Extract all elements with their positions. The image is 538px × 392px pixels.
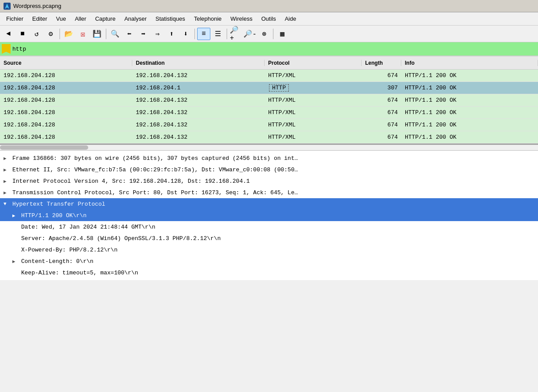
cell-length: 674 — [362, 109, 401, 116]
detail-row[interactable]: ▶Transmission Control Protocol, Src Port… — [0, 187, 538, 198]
detail-text: HTTP/1.1 200 OK\r\n — [21, 212, 86, 219]
cell-info: HTTP/1.1 200 OK — [401, 122, 538, 128]
toolbar-separator — [60, 29, 60, 39]
expand-icon[interactable]: ▶ — [4, 190, 11, 196]
menu-item-statistiques[interactable]: Statistiques — [151, 14, 189, 24]
menu-item-aller[interactable]: Aller — [71, 14, 91, 24]
filter-input[interactable] — [12, 46, 536, 52]
detail-row[interactable]: ▶HTTP/1.1 200 OK\r\n — [0, 210, 538, 221]
cell-info: HTTP/1.1 200 OK — [401, 134, 538, 141]
menu-bar: FichierEditerVueAllerCaptureAnalyserStat… — [0, 12, 538, 26]
cell-length: 307 — [362, 85, 401, 91]
toolbar-separator — [106, 29, 106, 39]
cell-length: 674 — [362, 97, 401, 104]
expand-icon[interactable]: ▶ — [12, 259, 19, 264]
packet-list-header: Source Destination Protocol Length Info — [0, 56, 538, 70]
toolbar-separator — [273, 29, 273, 39]
zoom-out[interactable]: 🔎- — [243, 28, 257, 40]
detail-row[interactable]: Keep-Alive: timeout=5, max=100\r\n — [0, 267, 538, 278]
toolbar-separator — [227, 29, 227, 39]
capture-options[interactable]: ⚙ — [44, 28, 57, 40]
detail-row[interactable]: ▶Internet Protocol Version 4, Src: 192.1… — [0, 175, 538, 187]
detail-text: Server: Apache/2.4.58 (Win64) OpenSSL/3.… — [21, 235, 220, 242]
cell-destination: 192.168.204.132 — [132, 97, 265, 104]
close-file[interactable]: ☒ — [76, 28, 90, 40]
open-file[interactable]: 📂 — [62, 28, 75, 40]
packet-row[interactable]: 192.168.204.128192.168.204.1HTTP307HTTP/… — [0, 82, 538, 94]
zoom-reset[interactable]: ⊗ — [258, 28, 271, 40]
detail-text: Frame 136866: 307 bytes on wire (2456 bi… — [12, 155, 298, 162]
expand-icon[interactable]: ▶ — [4, 155, 11, 161]
detail-row[interactable]: Date: Wed, 17 Jan 2024 21:48:44 GMT\r\n — [0, 221, 538, 233]
filter-bar — [0, 42, 538, 56]
col-protocol: Protocol — [265, 60, 362, 66]
cell-length: 674 — [362, 134, 401, 141]
detail-row[interactable]: Server: Apache/2.4.58 (Win64) OpenSSL/3.… — [0, 233, 538, 244]
detail-text: Date: Wed, 17 Jan 2024 21:48:44 GMT\r\n — [21, 224, 155, 230]
menu-item-vue[interactable]: Vue — [52, 14, 71, 24]
detail-text: X-Powered-By: PHP/8.2.12\r\n — [21, 247, 117, 253]
cell-protocol: HTTP/XML — [265, 134, 362, 141]
new-capture[interactable]: ◄ — [2, 28, 15, 40]
cell-destination: 192.168.204.132 — [132, 72, 265, 79]
detail-text: Hypertext Transfer Protocol — [12, 201, 105, 207]
detail-pane: ▶Frame 136866: 307 bytes on wire (2456 b… — [0, 151, 538, 280]
packet-rows-container: 192.168.204.128192.168.204.132HTTP/XML67… — [0, 70, 538, 144]
cell-source: 192.168.204.128 — [0, 72, 132, 79]
stop-capture[interactable]: ■ — [16, 28, 29, 40]
packet-row[interactable]: 192.168.204.128192.168.204.132HTTP/XML67… — [0, 70, 538, 82]
cell-protocol: HTTP/XML — [265, 122, 362, 128]
col-length: Length — [362, 60, 401, 66]
collapse-icon[interactable]: ▼ — [4, 201, 11, 207]
cell-source: 192.168.204.128 — [0, 122, 132, 128]
cell-length: 674 — [362, 72, 401, 79]
packet-row[interactable]: 192.168.204.128192.168.204.132HTTP/XML67… — [0, 107, 538, 119]
expand-icon[interactable]: ▶ — [12, 213, 19, 218]
detail-row[interactable]: X-Powered-By: PHP/8.2.12\r\n — [0, 244, 538, 255]
menu-item-wireless[interactable]: Wireless — [226, 14, 257, 24]
expand-icon[interactable]: ▶ — [4, 167, 11, 173]
detail-text: Internet Protocol Version 4, Src: 192.16… — [12, 178, 250, 185]
toolbar-separator — [194, 29, 195, 39]
col-destination: Destination — [132, 60, 265, 66]
detail-row[interactable]: ▶Ethernet II, Src: VMware_fc:b7:5a (00:0… — [0, 164, 538, 175]
menu-item-outils[interactable]: Outils — [257, 14, 280, 24]
resize-columns[interactable]: ▦ — [276, 28, 289, 40]
packet-list: Source Destination Protocol Length Info … — [0, 56, 538, 144]
cell-info: HTTP/1.1 200 OK — [401, 109, 538, 116]
go-to[interactable]: ⇒ — [151, 28, 164, 40]
scrollbar-thumb[interactable] — [0, 145, 88, 150]
horizontal-scrollbar[interactable] — [0, 144, 538, 151]
detail-row[interactable]: ▼Hypertext Transfer Protocol — [0, 198, 538, 210]
colorize[interactable]: ≡ — [197, 28, 210, 40]
packet-row[interactable]: 192.168.204.128192.168.204.132HTTP/XML67… — [0, 94, 538, 107]
menu-item-analyser[interactable]: Analyser — [120, 14, 151, 24]
cell-destination: 192.168.204.132 — [132, 122, 265, 128]
col-source: Source — [0, 60, 132, 66]
go-forward[interactable]: ➡ — [137, 28, 150, 40]
first-packet[interactable]: ⬆ — [165, 28, 178, 40]
menu-item-aide[interactable]: Aide — [280, 14, 301, 24]
packet-row[interactable]: 192.168.204.128192.168.204.132HTTP/XML67… — [0, 119, 538, 131]
cell-source: 192.168.204.128 — [0, 97, 132, 104]
detail-row[interactable]: ▶Content-Length: 0\r\n — [0, 255, 538, 267]
restart-capture[interactable]: ↺ — [30, 28, 43, 40]
find-packet[interactable]: 🔍 — [108, 28, 122, 40]
last-packet[interactable]: ⬇ — [179, 28, 192, 40]
cell-info: HTTP/1.1 200 OK — [401, 72, 538, 79]
go-back[interactable]: ⬅ — [123, 28, 136, 40]
zoom-in[interactable]: 🔎+ — [229, 28, 243, 40]
detail-row[interactable]: ▶Frame 136866: 307 bytes on wire (2456 b… — [0, 152, 538, 164]
packet-row[interactable]: 192.168.204.128192.168.204.132HTTP/XML67… — [0, 131, 538, 144]
cell-protocol: HTTP — [265, 84, 362, 92]
menu-item-fichier[interactable]: Fichier — [2, 14, 28, 24]
menu-item-telephonie[interactable]: Telephonie — [190, 14, 226, 24]
menu-item-editer[interactable]: Editer — [28, 14, 52, 24]
filter-bookmark — [2, 44, 11, 54]
expand-icon[interactable]: ▶ — [4, 178, 11, 184]
save-file[interactable]: 💾 — [90, 28, 104, 40]
cell-info: HTTP/1.1 200 OK — [401, 85, 538, 91]
menu-item-capture[interactable]: Capture — [91, 14, 120, 24]
cell-protocol: HTTP/XML — [265, 109, 362, 116]
auto-scroll[interactable]: ☰ — [211, 28, 224, 40]
